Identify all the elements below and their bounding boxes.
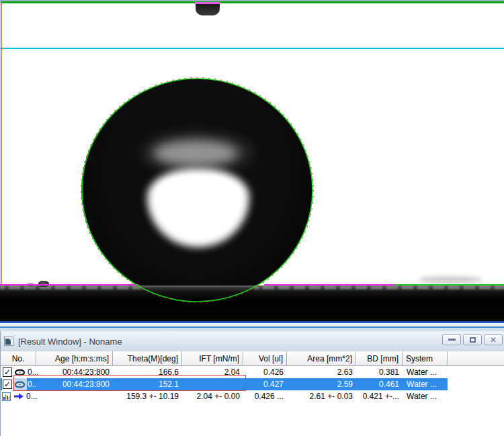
cell-age: 00:44:23:800 <box>36 378 113 390</box>
cell-theta: 166.6 <box>113 366 182 378</box>
checkmark-icon: ✓ <box>4 380 11 388</box>
cell-ift <box>182 378 243 390</box>
cell-area: 2.63 <box>287 366 356 378</box>
arrow-right-icon <box>13 392 24 400</box>
column-header-area[interactable]: Area [mm*2] <box>287 351 356 366</box>
row-icon-wrap <box>12 390 26 402</box>
camera-view <box>0 0 504 331</box>
close-icon: ✕ <box>490 336 497 344</box>
statistics-chart-icon <box>2 392 11 401</box>
row-checkbox-wrap: ✓ <box>2 378 13 390</box>
cell-ift: 2.04 <box>182 366 243 378</box>
cell-empty <box>448 390 504 402</box>
row-no-cell: ✓ 0... <box>1 366 36 378</box>
row-icon-wrap <box>13 378 27 390</box>
row-no-cell: ✓ 0... <box>1 378 36 390</box>
cell-bd: 0.421 +-... <box>356 390 403 402</box>
cell-system: Water ... <box>403 366 448 378</box>
result-window-titlebar[interactable]: [Result Window] - Noname ✕ <box>1 331 504 351</box>
drop-ellipse-icon <box>14 381 26 388</box>
minimize-icon <box>448 339 456 341</box>
table-row-selected[interactable]: ✓ 0... 00:44:23:800 152.1 0.427 2.59 0.4… <box>1 378 504 390</box>
column-header-age[interactable]: Age [h:m:s:ms] <box>36 351 113 366</box>
cell-empty <box>448 378 504 390</box>
minimize-button[interactable] <box>442 334 461 345</box>
circle-fit-overlay <box>0 0 504 331</box>
cell-age <box>36 390 113 402</box>
cell-vol: 0.426 ... <box>243 390 287 402</box>
column-header-empty <box>448 351 504 366</box>
cell-vol: 0.427 <box>243 378 287 390</box>
restore-button[interactable] <box>463 334 482 345</box>
result-window-icon <box>4 337 13 346</box>
checkmark-icon: ✓ <box>4 368 11 376</box>
restore-icon <box>470 337 476 343</box>
cell-empty <box>448 366 504 378</box>
result-window: [Result Window] - Noname ✕ No. Age [h:m:… <box>0 331 504 436</box>
column-header-theta[interactable]: Theta(M)[deg] <box>113 351 182 366</box>
column-header-bd[interactable]: BD [mm] <box>356 351 403 366</box>
drop-ellipse-icon <box>14 369 26 376</box>
cell-theta: 152.1 <box>113 378 182 390</box>
column-header-ift[interactable]: IFT [mN/m] <box>182 351 243 366</box>
row-checkbox[interactable]: ✓ <box>3 380 12 389</box>
cell-area: 2.61 +- 0.03 <box>287 390 356 402</box>
fitted-circle <box>82 79 312 302</box>
row-checkbox[interactable]: ✓ <box>3 367 12 377</box>
window-controls: ✕ <box>442 334 503 345</box>
cell-age: 00:44:23:800 <box>36 366 113 378</box>
cell-area: 2.59 <box>287 378 356 390</box>
cell-vol: 0.426 <box>243 366 287 378</box>
cell-bd: 0.381 <box>356 366 403 378</box>
table-header: No. Age [h:m:s:ms] Theta(M)[deg] IFT [mN… <box>1 351 504 366</box>
row-icon-wrap <box>2 390 12 402</box>
app-screen: [Result Window] - Noname ✕ No. Age [h:m:… <box>0 0 504 436</box>
column-header-no[interactable]: No. <box>1 351 36 366</box>
cell-ift: 2.04 +- 0.00 <box>182 390 243 402</box>
table-row-statistics[interactable]: 0... 159.3 +- 10.19 2.04 +- 0.00 0.426 .… <box>1 390 504 402</box>
cell-theta: 159.3 +- 10.19 <box>113 390 182 402</box>
column-header-system[interactable]: System <box>403 351 448 366</box>
table-row[interactable]: ✓ 0... 00:44:23:800 166.6 2.04 0.426 2.6… <box>1 366 504 378</box>
cell-system: Water ... <box>403 378 448 390</box>
cell-system: Water ... <box>403 390 448 402</box>
close-button[interactable]: ✕ <box>484 334 503 345</box>
column-header-vol[interactable]: Vol [ul] <box>243 351 287 366</box>
row-no-cell: 0... <box>1 390 36 402</box>
cell-bd: 0.461 <box>356 378 403 390</box>
result-window-title: [Result Window] - Noname <box>18 337 122 347</box>
row-icon-wrap <box>13 366 27 378</box>
row-checkbox-wrap: ✓ <box>2 366 13 378</box>
